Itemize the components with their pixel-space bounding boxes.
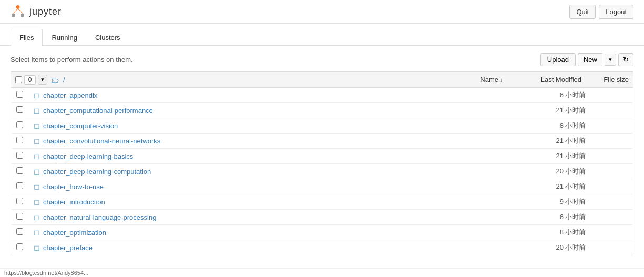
- row-checkbox[interactable]: [16, 243, 23, 250]
- table-row: ◻ chapter_appendix 6 小时前: [11, 88, 633, 103]
- col-modified-header[interactable]: Last Modified: [508, 76, 581, 84]
- row-modified-cell: 20 小时前: [463, 164, 591, 179]
- folder-link[interactable]: ◻ chapter_introduction: [34, 198, 458, 206]
- folder-link[interactable]: ◻ chapter_computational-performance: [34, 106, 458, 115]
- row-checkbox[interactable]: [16, 152, 23, 159]
- table-row: ◻ chapter_how-to-use 21 小时前: [11, 179, 633, 194]
- row-checkbox-cell: [11, 164, 29, 179]
- tab-running[interactable]: Running: [43, 29, 86, 46]
- header-buttons: Quit Logout: [569, 5, 633, 19]
- folder-icon: ◻: [34, 213, 40, 221]
- refresh-button[interactable]: ↻: [618, 53, 633, 66]
- folder-icon: ◻: [34, 121, 40, 130]
- table-row: ◻ chapter_deep-learning-basics 21 小时前: [11, 149, 633, 164]
- breadcrumb-path[interactable]: /: [63, 76, 65, 84]
- folder-icon: ◻: [34, 182, 40, 191]
- folder-link[interactable]: ◻ chapter_natural-language-processing: [34, 213, 458, 221]
- folder-icon: ◻: [34, 167, 40, 176]
- upload-button[interactable]: Upload: [540, 53, 576, 66]
- row-checkbox[interactable]: [16, 167, 23, 174]
- row-modified-cell: 21 小时前: [463, 103, 591, 118]
- table-row: ◻ chapter_introduction 9 小时前: [11, 194, 633, 210]
- row-checkbox[interactable]: [16, 198, 23, 204]
- table-row: ◻ chapter_computational-performance 21 小…: [11, 103, 633, 118]
- row-name-cell: ◻ chapter_natural-language-processing: [28, 210, 463, 225]
- row-checkbox-cell: [11, 194, 29, 210]
- folder-link[interactable]: ◻ chapter_appendix: [34, 91, 458, 99]
- selected-count: 0: [24, 75, 36, 85]
- row-size-cell: [591, 225, 633, 240]
- folder-name: chapter_preface: [43, 244, 93, 252]
- row-checkbox[interactable]: [16, 213, 23, 220]
- check-all-area: 0 ▾: [15, 75, 47, 85]
- row-name-cell: ◻ chapter_appendix: [28, 88, 463, 103]
- row-name-cell: ◻ chapter_deep-learning-computation: [28, 164, 463, 179]
- row-checkbox[interactable]: [16, 106, 23, 113]
- folder-name: chapter_introduction: [43, 198, 105, 206]
- folder-link[interactable]: ◻ chapter_preface: [34, 243, 458, 252]
- table-row: ◻ chapter_convolutional-neural-networks …: [11, 134, 633, 149]
- svg-point-2: [21, 14, 24, 17]
- row-modified-cell: 21 小时前: [463, 179, 591, 194]
- row-checkbox-cell: [11, 88, 29, 103]
- row-name-cell: ◻ chapter_computer-vision: [28, 118, 463, 134]
- row-modified-cell: 6 小时前: [463, 210, 591, 225]
- svg-point-0: [16, 5, 20, 9]
- folder-name: chapter_computational-performance: [43, 107, 153, 115]
- row-modified-cell: 9 小时前: [463, 194, 591, 210]
- folder-name: chapter_deep-learning-basics: [43, 152, 133, 160]
- column-headers: Name↓ Last Modified File size: [69, 76, 629, 84]
- row-checkbox[interactable]: [16, 137, 23, 143]
- row-checkbox[interactable]: [16, 121, 23, 128]
- folder-link[interactable]: ◻ chapter_deep-learning-computation: [34, 167, 458, 176]
- logo-area: jupyter: [11, 4, 62, 19]
- file-table: ◻ chapter_appendix 6 小时前 ◻ chapter_compu…: [11, 87, 633, 255]
- tab-clusters[interactable]: Clusters: [86, 29, 129, 46]
- row-modified-cell: 8 小时前: [463, 118, 591, 134]
- row-size-cell: [591, 103, 633, 118]
- row-modified-cell: 21 小时前: [463, 149, 591, 164]
- table-row: ◻ chapter_optimization 8 小时前: [11, 225, 633, 240]
- logout-button[interactable]: Logout: [599, 5, 633, 19]
- table-row: ◻ chapter_deep-learning-computation 20 小…: [11, 164, 633, 179]
- bulk-actions-dropdown[interactable]: ▾: [38, 75, 47, 85]
- folder-link[interactable]: ◻ chapter_optimization: [34, 228, 458, 237]
- row-checkbox[interactable]: [16, 228, 23, 235]
- row-checkbox[interactable]: [16, 182, 23, 189]
- quit-button[interactable]: Quit: [569, 5, 596, 19]
- select-all-checkbox[interactable]: [15, 76, 22, 83]
- col-name-header[interactable]: Name↓: [480, 76, 503, 84]
- new-button[interactable]: New: [578, 53, 602, 66]
- col-size-header[interactable]: File size: [587, 76, 629, 84]
- svg-point-1: [12, 14, 15, 17]
- jupyter-logo-icon: [11, 4, 25, 19]
- table-row: ◻ chapter_preface 20 小时前: [11, 240, 633, 255]
- folder-name: chapter_appendix: [43, 91, 97, 99]
- row-checkbox[interactable]: [16, 91, 23, 98]
- folder-icon: ◻: [34, 198, 40, 206]
- folder-link[interactable]: ◻ chapter_computer-vision: [34, 121, 458, 130]
- row-modified-cell: 21 小时前: [463, 134, 591, 149]
- row-size-cell: [591, 164, 633, 179]
- row-name-cell: ◻ chapter_introduction: [28, 194, 463, 210]
- folder-name: chapter_optimization: [43, 229, 106, 237]
- row-name-cell: ◻ chapter_how-to-use: [28, 179, 463, 194]
- folder-name: chapter_how-to-use: [43, 183, 104, 191]
- tabs-bar: Files Running Clusters: [0, 24, 644, 46]
- breadcrumb-folder-icon: 🗁: [52, 76, 59, 84]
- row-modified-cell: 6 小时前: [463, 88, 591, 103]
- folder-link[interactable]: ◻ chapter_how-to-use: [34, 182, 458, 191]
- folder-icon: ◻: [34, 91, 40, 99]
- row-size-cell: [591, 149, 633, 164]
- row-size-cell: [591, 179, 633, 194]
- toolbar-actions: Upload New▾ ↻: [540, 53, 633, 66]
- tab-files[interactable]: Files: [11, 29, 43, 46]
- row-name-cell: ◻ chapter_optimization: [28, 225, 463, 240]
- folder-icon: ◻: [34, 152, 40, 160]
- row-checkbox-cell: [11, 118, 29, 134]
- new-dropdown-button[interactable]: ▾: [605, 54, 616, 66]
- folder-link[interactable]: ◻ chapter_deep-learning-basics: [34, 152, 458, 160]
- folder-link[interactable]: ◻ chapter_convolutional-neural-networks: [34, 137, 458, 145]
- folder-name: chapter_convolutional-neural-networks: [43, 137, 160, 145]
- row-modified-cell: 20 小时前: [463, 240, 591, 255]
